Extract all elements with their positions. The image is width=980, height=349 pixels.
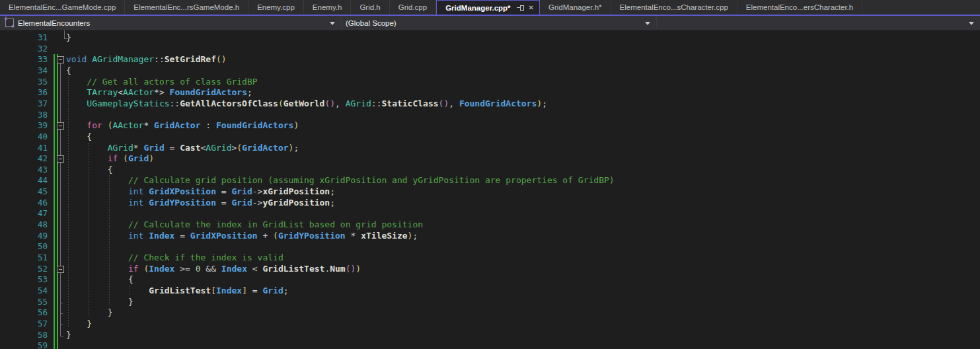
document-tab-5[interactable]: Grid.h [351, 0, 389, 15]
line-number: 38 [0, 110, 48, 120]
navigation-bar: ElementalEncounters (Global Scope) [0, 16, 980, 30]
document-tab-7[interactable]: GridManager.cpp*✕ [436, 0, 540, 15]
code-text: if (Index >= 0 && Index < GridListTest.N… [66, 264, 361, 274]
tab-bar: ElementalEnc...GameMode.cppElementalEnc.… [0, 0, 980, 15]
line-number: 39 [0, 120, 48, 130]
code-text: int Index = GridXPosition + (GridYPositi… [66, 231, 418, 241]
code-line: 47 [0, 208, 980, 219]
code-line: 32 [0, 44, 980, 55]
code-text: { [66, 132, 92, 141]
code-text: int GridYPosition = Grid->yGridPosition; [66, 198, 335, 208]
code-line: 44 // Calculate grid position (assuming … [0, 175, 980, 186]
line-number: 46 [0, 198, 48, 208]
code-line: 50 [0, 241, 980, 252]
document-tab-10[interactable]: ElementalEnco...ersCharacter.h [737, 0, 862, 15]
line-number: 56 [0, 307, 48, 317]
code-text: // Check if the index is valid [66, 252, 283, 262]
document-tab-8[interactable]: GridManager.h* [540, 0, 611, 15]
chevron-down-icon [330, 22, 335, 25]
code-line: 52 if (Index >= 0 && Index < GridListTes… [0, 264, 980, 275]
line-number: 58 [0, 330, 48, 340]
document-tab-4[interactable]: Enemy.h [304, 0, 352, 15]
line-number: 33 [0, 54, 48, 64]
line-number: 37 [0, 98, 48, 108]
line-number: 42 [0, 153, 48, 163]
scope-dropdown[interactable]: (Global Scope) [342, 16, 657, 30]
code-text: } [66, 330, 71, 340]
code-text: if (Grid) [66, 153, 154, 163]
code-text: // Get all actors of class GridBP [66, 77, 258, 87]
code-line: 39 for (AActor* GridActor : FoundGridAct… [0, 120, 980, 132]
code-line: 51 // Check if the index is valid [0, 252, 980, 264]
code-line: 35 // Get all actors of class GridBP [0, 77, 980, 88]
collapse-region-box[interactable] [57, 266, 64, 273]
code-line: 40 { [0, 132, 980, 143]
code-line: 56 } [0, 307, 980, 319]
code-text: { [66, 165, 112, 174]
line-number: 48 [0, 219, 48, 229]
close-tab-icon[interactable]: ✕ [529, 4, 534, 11]
code-line: 59 [0, 340, 980, 349]
code-text: { [66, 274, 133, 284]
line-number: 49 [0, 231, 48, 241]
line-number: 31 [0, 32, 48, 42]
code-text: GridListTest[Index] = Grid; [66, 286, 289, 295]
tab-label: Enemy.h [313, 3, 342, 11]
code-line: 31} [0, 32, 980, 44]
scope-dropdown-label: (Global Scope) [346, 19, 396, 27]
tab-label: ElementalEnco...ersCharacter.h [746, 3, 853, 11]
line-number: 59 [0, 340, 48, 349]
code-line: 43 { [0, 165, 980, 176]
code-line: 42 if (Grid) [0, 153, 980, 165]
document-tab-2[interactable]: ElementalEnc...rsGameMode.h [125, 0, 248, 15]
document-tab-6[interactable]: Grid.cpp [390, 0, 436, 15]
document-tab-9[interactable]: ElementalEnco...sCharacter.cpp [611, 0, 737, 15]
code-line: 34{ [0, 65, 980, 77]
collapse-region-box[interactable] [57, 56, 64, 63]
line-number: 44 [0, 175, 48, 185]
code-line: 58} [0, 330, 980, 341]
code-text: // Calculate grid position (assuming xGr… [66, 175, 615, 185]
code-line: 48 // Calculate the index in GridList ba… [0, 219, 980, 231]
collapse-region-box[interactable] [57, 155, 64, 163]
line-number: 45 [0, 186, 48, 196]
line-number: 41 [0, 143, 48, 153]
line-number: 47 [0, 208, 48, 218]
line-number: 55 [0, 297, 48, 307]
line-number: 57 [0, 319, 48, 329]
code-line: 49 int Index = GridXPosition + (GridYPos… [0, 231, 980, 242]
document-tab-1[interactable]: ElementalEnc...GameMode.cpp [0, 0, 125, 15]
member-dropdown[interactable] [657, 16, 980, 30]
tab-label: ElementalEnc...GameMode.cpp [9, 3, 116, 11]
project-dropdown[interactable]: ElementalEncounters [0, 16, 342, 30]
document-tab-3[interactable]: Enemy.cpp [248, 0, 304, 15]
code-line: 53 { [0, 274, 980, 286]
code-text: } [66, 32, 71, 42]
code-editor[interactable]: 31}3233void AGridManager::SetGridRef()34… [0, 30, 980, 349]
code-text: for (AActor* GridActor : FoundGridActors… [66, 120, 299, 130]
pin-tab-icon[interactable] [517, 4, 524, 11]
line-number: 54 [0, 286, 48, 295]
collapse-region-box[interactable] [57, 122, 64, 130]
code-text: } [66, 319, 92, 329]
line-number: 43 [0, 165, 48, 174]
code-text: } [66, 307, 112, 317]
line-number: 52 [0, 264, 48, 274]
line-number: 51 [0, 252, 48, 262]
line-number: 50 [0, 241, 48, 251]
tab-label: ElementalEnc...rsGameMode.h [133, 3, 239, 11]
code-text: int GridXPosition = Grid->xGridPosition; [66, 186, 335, 196]
project-dropdown-label: ElementalEncounters [18, 19, 90, 27]
code-text: UGameplayStatics::GetAllActorsOfClass(Ge… [66, 98, 547, 108]
code-line: 33void AGridManager::SetGridRef() [0, 54, 980, 65]
code-text: void AGridManager::SetGridRef() [66, 54, 227, 64]
code-text: TArray<AActor*> FoundGridActors; [66, 87, 252, 97]
code-line: 57 } [0, 319, 980, 330]
line-number: 53 [0, 274, 48, 284]
code-line: 54 GridListTest[Index] = Grid; [0, 286, 980, 297]
tab-label: Enemy.cpp [257, 3, 295, 11]
cpp-project-icon [5, 19, 14, 27]
chevron-down-icon [645, 22, 650, 25]
code-line: 36 TArray<AActor*> FoundGridActors; [0, 87, 980, 98]
code-lines-layer: 31}3233void AGridManager::SetGridRef()34… [0, 30, 980, 349]
